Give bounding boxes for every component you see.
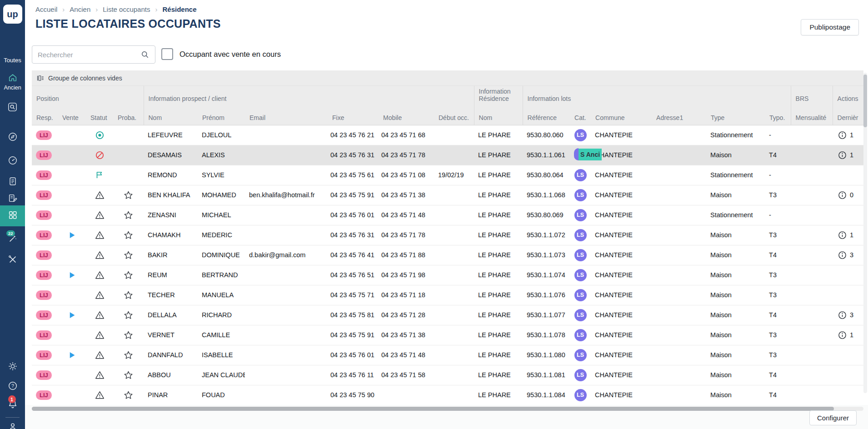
col-header-email[interactable]: Email — [245, 106, 328, 125]
table-row[interactable]: LIJ PINAR FOUAD 04 23 45 75 90 LE PHARE … — [32, 385, 863, 405]
status-warning-icon[interactable] — [95, 230, 105, 240]
probability-star-icon[interactable] — [124, 270, 133, 280]
status-blocked-icon[interactable] — [95, 150, 105, 160]
probability-star-icon[interactable] — [124, 250, 133, 260]
col-header-dernier[interactable]: Dernièr — [833, 106, 863, 125]
col-header-cat[interactable]: Cat. — [570, 106, 591, 125]
table-row[interactable]: LIJ LEFEUVRE DJELOUL 04 23 45 76 21 04 2… — [32, 125, 863, 145]
probability-star-icon[interactable] — [124, 390, 133, 400]
sidebar-item-explore[interactable] — [0, 132, 25, 144]
info-icon[interactable] — [838, 311, 847, 319]
status-warning-icon[interactable] — [95, 350, 105, 360]
probability-star-icon[interactable] — [124, 290, 133, 300]
table-row[interactable]: LIJ REMOND SYLVIE 04 23 45 75 61 04 23 4… — [32, 165, 863, 185]
status-warning-icon[interactable] — [95, 190, 105, 200]
info-icon[interactable] — [838, 191, 847, 200]
sidebar-item-settings[interactable] — [0, 361, 25, 373]
publipostage-button[interactable]: Publipostage — [801, 19, 859, 35]
col-header-resp[interactable]: Resp. — [32, 106, 58, 125]
status-warning-icon[interactable] — [95, 310, 105, 320]
vertical-scrollbar-thumb[interactable] — [863, 75, 867, 127]
status-warning-icon[interactable] — [95, 290, 105, 300]
probability-star-icon[interactable] — [124, 190, 133, 200]
table-row[interactable]: LIJ BAKIR DOMINIQUE d.bakir@gmail.com 04… — [32, 245, 863, 265]
breadcrumb-liste-occupants[interactable]: Liste occupants — [103, 5, 150, 13]
breadcrumb-accueil[interactable]: Accueil — [35, 5, 57, 13]
status-warning-icon[interactable] — [95, 370, 105, 380]
col-header-reference[interactable]: Référence — [523, 106, 570, 125]
sidebar-item-dashboard[interactable] — [0, 155, 25, 167]
breadcrumb-residence[interactable]: Résidence — [162, 5, 196, 13]
probability-star-icon[interactable] — [124, 330, 133, 340]
sidebar-item-profile[interactable] — [0, 422, 25, 429]
sale-play-icon[interactable] — [68, 351, 76, 359]
probability-star-icon[interactable] — [124, 370, 133, 380]
col-header-vente[interactable]: Vente — [58, 106, 86, 125]
sidebar-item-notifications[interactable]: 1 — [0, 399, 25, 411]
status-warning-icon[interactable] — [95, 390, 105, 400]
configurer-button[interactable]: Configurer — [809, 410, 857, 425]
probability-star-icon[interactable] — [124, 310, 133, 320]
status-warning-icon[interactable] — [95, 270, 105, 280]
cell-residence-nom: LE PHARE — [474, 345, 523, 365]
table-row[interactable]: LIJ CHAMAKH MEDERIC 04 23 45 76 31 04 23… — [32, 225, 863, 245]
status-warning-icon[interactable] — [95, 330, 105, 340]
col-header-nom-residence[interactable]: Nom — [474, 106, 523, 125]
info-icon[interactable] — [838, 251, 847, 259]
cell-cat: LS — [570, 165, 591, 185]
vente-en-cours-checkbox[interactable] — [161, 48, 173, 60]
col-header-mensualite[interactable]: Mensualité — [791, 106, 833, 125]
info-icon[interactable] — [838, 231, 847, 239]
status-warning-icon[interactable] — [95, 250, 105, 260]
table-row[interactable]: LIJ VERNET CAMILLE 04 23 45 75 91 04 23 … — [32, 325, 863, 345]
empty-columns-group-toggle[interactable]: Groupe de colonnes vides — [32, 70, 863, 86]
status-flag-icon[interactable] — [95, 170, 104, 180]
col-header-proba[interactable]: Proba. — [113, 106, 144, 125]
col-header-mobile[interactable]: Mobile — [379, 106, 434, 125]
col-header-fixe[interactable]: Fixe — [328, 106, 379, 125]
table-row[interactable]: LIJ ABBOU JEAN CLAUDE 04 23 45 76 11 04 … — [32, 365, 863, 385]
app-logo[interactable]: up — [0, 5, 25, 24]
sale-play-icon[interactable] — [68, 311, 76, 319]
col-header-typo[interactable]: Typo. — [765, 106, 791, 125]
info-icon[interactable] — [838, 131, 847, 140]
table-row[interactable]: LIJ ZENASNI MICHAEL 04 23 45 76 01 04 23… — [32, 205, 863, 225]
horizontal-scrollbar[interactable] — [32, 407, 863, 411]
info-icon[interactable] — [838, 151, 847, 160]
table-row[interactable]: LIJ REUM BERTRAND 04 23 45 76 51 04 23 4… — [32, 265, 863, 285]
sidebar-item-documents[interactable] — [0, 176, 25, 188]
search-input[interactable] — [38, 51, 140, 59]
sale-play-icon[interactable] — [68, 231, 76, 239]
sidebar-item-search[interactable] — [0, 102, 25, 114]
cell-mensualite — [791, 365, 833, 385]
col-header-commune[interactable]: Commune — [591, 106, 652, 125]
sidebar-item-residences-active[interactable] — [0, 205, 25, 226]
status-target-icon[interactable] — [95, 130, 105, 140]
search-icon[interactable] — [140, 50, 150, 59]
sidebar-item-tools[interactable] — [0, 254, 25, 266]
horizontal-scrollbar-thumb[interactable] — [32, 407, 834, 411]
col-header-debut-occ[interactable]: Début occ. — [434, 106, 474, 125]
table-row[interactable]: LIJ BEN KHALIFA MOHAMED ben.khalifa@hotm… — [32, 185, 863, 205]
table-row[interactable]: LIJ DESAMAIS ALEXIS 04 23 45 76 31 04 23… — [32, 145, 863, 165]
table-row[interactable]: LIJ TECHER MANUELA 04 23 45 75 71 04 23 … — [32, 285, 863, 305]
sale-play-icon[interactable] — [68, 271, 76, 279]
vertical-scrollbar[interactable] — [863, 73, 867, 393]
col-header-prenom[interactable]: Prénom — [198, 106, 245, 125]
table-row[interactable]: LIJ DANNFALD ISABELLE 04 23 45 76 01 04 … — [32, 345, 863, 365]
sidebar-item-actions[interactable]: 22 — [0, 234, 25, 245]
sidebar-item-programmes[interactable] — [0, 193, 25, 205]
sidebar-item-help[interactable]: ? — [0, 381, 25, 393]
probability-star-icon[interactable] — [124, 230, 133, 240]
col-header-adresse1[interactable]: Adresse1 — [652, 106, 706, 125]
col-header-nom[interactable]: Nom — [144, 106, 198, 125]
info-icon[interactable] — [838, 331, 847, 339]
table-row[interactable]: LIJ DELLALA RICHARD 04 23 45 75 81 04 23… — [32, 305, 863, 325]
probability-star-icon[interactable] — [124, 210, 133, 220]
col-header-statut[interactable]: Statut — [86, 106, 113, 125]
sidebar-item-ancien[interactable] — [0, 73, 25, 85]
probability-star-icon[interactable] — [124, 350, 133, 360]
breadcrumb-ancien[interactable]: Ancien — [70, 5, 90, 13]
status-warning-icon[interactable] — [95, 210, 105, 220]
col-header-type[interactable]: Type — [706, 106, 765, 125]
